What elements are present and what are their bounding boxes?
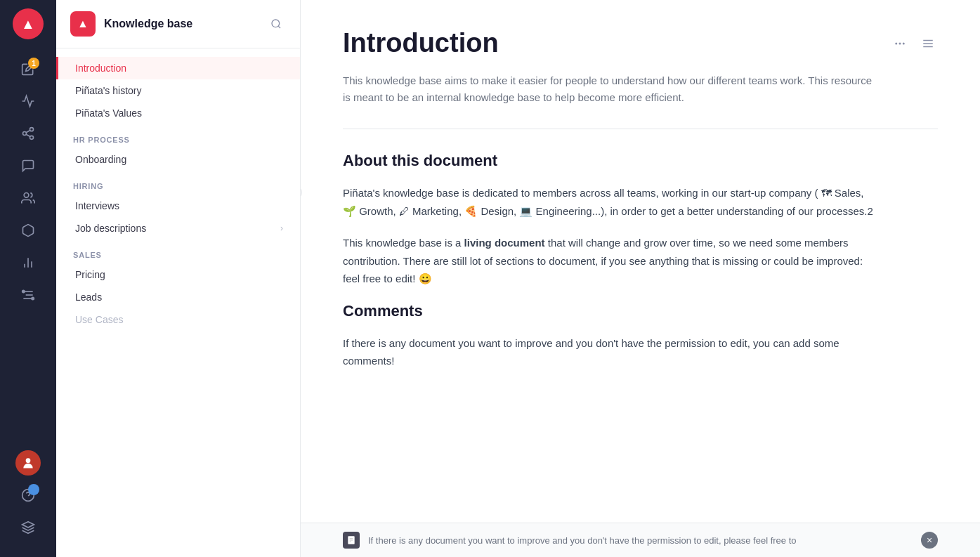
- svg-marker-17: [22, 522, 34, 527]
- share-icon[interactable]: [14, 119, 42, 148]
- svg-point-21: [899, 43, 901, 45]
- avatar-image: [15, 450, 41, 476]
- settings-icon[interactable]: [14, 281, 42, 309]
- sidebar-title: Knowledge base: [104, 18, 258, 30]
- notification-badge: 1: [28, 58, 39, 69]
- svg-point-20: [895, 43, 897, 45]
- sidebar-section-hiring: HIRING: [56, 171, 300, 195]
- sidebar: ▲ Knowledge base Introduction Piñata's h…: [56, 0, 301, 557]
- svg-point-5: [24, 193, 29, 198]
- comment-bar: If there is any document you want to imp…: [301, 523, 980, 557]
- main-content: Introduction This knowledge base aims to…: [301, 0, 980, 557]
- block-controls: ⠿ ⌄: [301, 185, 302, 199]
- svg-point-0: [30, 128, 34, 131]
- svg-point-14: [26, 458, 31, 463]
- svg-line-3: [26, 134, 30, 136]
- comment-doc-icon: [343, 532, 360, 549]
- paragraph-2: This knowledge base is a living document…: [343, 234, 877, 288]
- paragraph-1: Piñata's knowledge base is dedicated to …: [343, 184, 877, 220]
- sidebar-item-use-cases[interactable]: Use Cases: [56, 308, 300, 331]
- outline-button[interactable]: [918, 34, 938, 53]
- chat-icon[interactable]: [14, 152, 42, 180]
- paragraph-block-1: ⠿ ⌄ Piñata's knowledge base is dedicated…: [301, 184, 938, 234]
- collapse-button[interactable]: ⌄: [301, 185, 302, 199]
- sidebar-logo: ▲: [70, 11, 96, 37]
- svg-line-19: [278, 26, 280, 28]
- sidebar-section-sales: SALES: [56, 240, 300, 263]
- sidebar-item-pinata-history[interactable]: Piñata's history: [56, 79, 300, 102]
- sidebar-search-button[interactable]: [266, 14, 286, 34]
- app-logo[interactable]: ▲: [13, 8, 44, 39]
- comments-heading: Comments: [343, 302, 938, 320]
- comment-bar-close[interactable]: ×: [921, 532, 938, 549]
- chevron-right-icon: ›: [280, 223, 283, 233]
- content-header: Introduction: [343, 28, 938, 58]
- edit-icon[interactable]: 1: [14, 55, 42, 83]
- icon-bar: ▲ 1: [0, 0, 56, 557]
- svg-point-18: [272, 20, 280, 27]
- content-actions: [890, 28, 938, 53]
- divider: [343, 129, 938, 129]
- sidebar-item-leads[interactable]: Leads: [56, 286, 300, 308]
- content-subtitle: This knowledge base aims to make it easi…: [343, 72, 877, 106]
- team-icon[interactable]: [14, 184, 42, 212]
- help-badge: [28, 484, 39, 495]
- sidebar-nav: Introduction Piñata's history Piñata's V…: [56, 48, 300, 339]
- svg-point-22: [903, 43, 905, 45]
- svg-point-2: [30, 136, 34, 139]
- sidebar-item-pinata-values[interactable]: Piñata's Values: [56, 102, 300, 124]
- comments-text: If there is any document you want to imp…: [343, 334, 877, 370]
- sidebar-item-onboarding[interactable]: Onboarding: [56, 148, 300, 171]
- sidebar-section-hr: HR PROCESS: [56, 124, 300, 148]
- about-heading: About this document: [343, 152, 938, 170]
- svg-point-1: [23, 132, 27, 136]
- sidebar-header: ▲ Knowledge base: [56, 0, 300, 48]
- layers-icon[interactable]: [14, 513, 42, 542]
- analytics-icon[interactable]: [14, 249, 42, 277]
- user-avatar[interactable]: [14, 449, 42, 477]
- box-icon[interactable]: [14, 216, 42, 244]
- page-title: Introduction: [343, 28, 499, 58]
- comment-bar-text: If there is any document you want to imp…: [368, 535, 797, 546]
- sidebar-item-introduction[interactable]: Introduction: [56, 57, 300, 79]
- sidebar-item-pricing[interactable]: Pricing: [56, 263, 300, 286]
- more-options-button[interactable]: [890, 34, 910, 53]
- help-icon[interactable]: [14, 481, 42, 509]
- chart-icon[interactable]: [14, 87, 42, 115]
- sidebar-item-interviews[interactable]: Interviews: [56, 195, 300, 217]
- svg-point-12: [22, 290, 25, 292]
- svg-point-13: [32, 297, 34, 299]
- sidebar-item-job-descriptions[interactable]: Job descriptions ›: [56, 217, 300, 240]
- svg-line-4: [26, 130, 30, 132]
